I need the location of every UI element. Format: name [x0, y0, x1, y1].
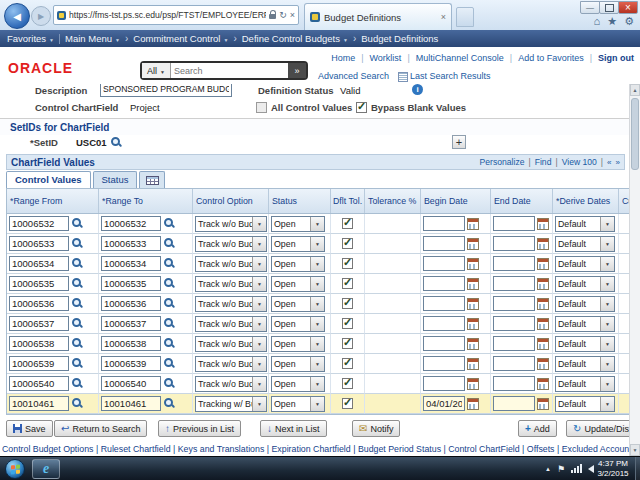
close-button[interactable] — [618, 1, 638, 14]
lookup-icon[interactable] — [163, 217, 176, 230]
favorites-menu[interactable]: Favorites — [7, 33, 54, 44]
lookup-icon[interactable] — [163, 277, 176, 290]
address-bar[interactable]: https://fms-tst.ps.sc.edu/psp/FTST/EMPLO… — [53, 5, 299, 25]
info-icon[interactable] — [412, 84, 423, 95]
calendar-icon[interactable] — [467, 398, 479, 410]
calendar-icon[interactable] — [537, 278, 549, 290]
derive-dates-select[interactable]: Default — [555, 236, 615, 252]
stop-icon[interactable] — [290, 10, 295, 20]
begin-date-input[interactable] — [423, 236, 465, 251]
begin-date-input[interactable] — [423, 216, 465, 231]
lookup-icon[interactable] — [71, 357, 84, 370]
tab-close-icon[interactable] — [441, 12, 446, 22]
derive-dates-select[interactable]: Default — [555, 256, 615, 272]
maximize-button[interactable] — [599, 1, 619, 14]
calendar-icon[interactable] — [537, 338, 549, 350]
end-date-input[interactable] — [493, 336, 535, 351]
end-date-input[interactable] — [493, 256, 535, 271]
control-option-select[interactable]: Track w/o Budg — [195, 336, 267, 352]
range-from-input[interactable] — [9, 396, 69, 411]
breadcrumb-commitment-control[interactable]: Commitment Control — [133, 33, 228, 44]
control-option-select[interactable]: Track w/o Budg — [195, 236, 267, 252]
bypass-blank-values-checkbox[interactable] — [356, 102, 367, 113]
related-link[interactable]: Control Budget Options — [2, 444, 93, 454]
add-to-favorites-link[interactable]: Add to Favorites — [518, 53, 584, 63]
lookup-icon[interactable] — [163, 297, 176, 310]
begin-date-input[interactable] — [423, 316, 465, 331]
all-control-values-checkbox[interactable] — [256, 102, 267, 113]
dflt-tol-checkbox[interactable] — [342, 378, 353, 389]
calendar-icon[interactable] — [537, 238, 549, 250]
end-date-input[interactable] — [493, 316, 535, 331]
calendar-icon[interactable] — [467, 318, 479, 330]
derive-dates-select[interactable]: Default — [555, 296, 615, 312]
begin-date-input[interactable] — [423, 256, 465, 271]
related-link[interactable]: Budget Period Status — [358, 444, 441, 454]
range-to-input[interactable] — [101, 336, 161, 351]
new-tab-button[interactable] — [456, 7, 474, 27]
status-select[interactable]: Open — [271, 336, 325, 352]
control-option-select[interactable]: Track w/o Budg — [195, 296, 267, 312]
control-option-select[interactable]: Track w/o Budg — [195, 276, 267, 292]
range-to-input[interactable] — [101, 356, 161, 371]
range-to-input[interactable] — [101, 256, 161, 271]
personalize-link[interactable]: Personalize — [480, 157, 525, 167]
derive-dates-select[interactable]: Default — [555, 396, 615, 412]
status-select[interactable]: Open — [271, 236, 325, 252]
begin-date-input[interactable] — [423, 396, 465, 411]
minimize-button[interactable] — [580, 1, 600, 14]
lookup-icon[interactable] — [71, 397, 84, 410]
dflt-tol-checkbox[interactable] — [342, 358, 353, 369]
lookup-icon[interactable] — [71, 317, 84, 330]
dflt-tol-checkbox[interactable] — [342, 238, 353, 249]
tab-status[interactable]: Status — [93, 171, 138, 188]
worklist-link[interactable]: Worklist — [370, 53, 402, 63]
taskbar-ie-button[interactable]: e — [32, 459, 60, 479]
begin-date-input[interactable] — [423, 276, 465, 291]
description-input[interactable] — [100, 84, 232, 97]
add-row-button[interactable] — [452, 135, 466, 149]
add-button[interactable]: Add — [518, 420, 557, 437]
control-option-select[interactable]: Tracking w/ Bud — [195, 396, 267, 412]
range-to-input[interactable] — [101, 396, 161, 411]
lookup-icon[interactable] — [71, 277, 84, 290]
start-button[interactable] — [5, 459, 25, 479]
search-input[interactable] — [171, 63, 288, 78]
lookup-icon[interactable] — [110, 136, 123, 149]
status-select[interactable]: Open — [271, 356, 325, 372]
refresh-icon[interactable] — [279, 10, 287, 20]
range-to-input[interactable] — [101, 376, 161, 391]
last-page-icon[interactable]: » — [616, 158, 620, 167]
tab-control-values[interactable]: Control Values — [6, 171, 91, 188]
dflt-tol-checkbox[interactable] — [342, 218, 353, 229]
search-scope-select[interactable]: All — [142, 63, 171, 78]
range-from-input[interactable] — [9, 256, 69, 271]
search-go-button[interactable]: » — [288, 63, 306, 78]
related-link[interactable]: Control ChartField — [448, 444, 519, 454]
end-date-input[interactable] — [493, 356, 535, 371]
derive-dates-select[interactable]: Default — [555, 336, 615, 352]
scrollbar-thumb[interactable] — [631, 98, 639, 170]
calendar-icon[interactable] — [537, 298, 549, 310]
derive-dates-select[interactable]: Default — [555, 316, 615, 332]
dflt-tol-checkbox[interactable] — [342, 338, 353, 349]
calendar-icon[interactable] — [467, 298, 479, 310]
range-to-input[interactable] — [101, 296, 161, 311]
lookup-icon[interactable] — [163, 377, 176, 390]
gear-icon[interactable] — [624, 14, 634, 29]
show-all-columns-tab[interactable] — [139, 171, 165, 188]
last-search-results-link[interactable]: Last Search Results — [398, 71, 491, 82]
browser-tab[interactable]: Budget Definitions — [304, 3, 452, 30]
range-to-input[interactable] — [101, 216, 161, 231]
lookup-icon[interactable] — [71, 217, 84, 230]
lookup-icon[interactable] — [163, 357, 176, 370]
lookup-icon[interactable] — [163, 237, 176, 250]
status-select[interactable]: Open — [271, 276, 325, 292]
home-icon[interactable] — [594, 14, 601, 29]
derive-dates-select[interactable]: Default — [555, 216, 615, 232]
related-link[interactable]: Ruleset Chartfield — [101, 444, 171, 454]
range-from-input[interactable] — [9, 216, 69, 231]
calendar-icon[interactable] — [467, 278, 479, 290]
first-page-icon[interactable]: « — [607, 158, 611, 167]
hidden-icons-caret[interactable] — [545, 466, 551, 472]
